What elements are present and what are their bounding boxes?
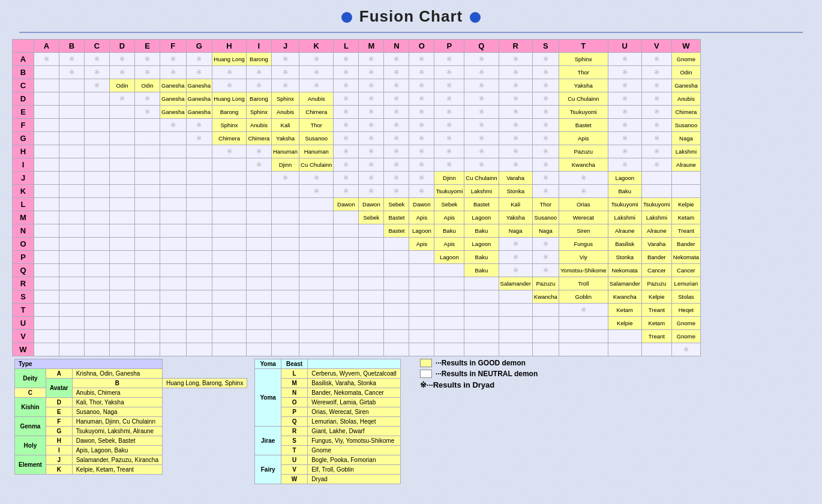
grid-cell-D-H: Huang Long	[212, 92, 247, 106]
grid-cell-A-W: Gnome	[671, 53, 700, 66]
beast-key-V: V	[281, 465, 307, 475]
type-key-B: B	[72, 379, 162, 388]
grid-cell-B-L: ※	[334, 66, 359, 79]
type-key-F: F	[46, 417, 72, 427]
grid-cell-N-E	[135, 224, 160, 238]
grid-cell-E-A	[34, 106, 59, 119]
grid-cell-H-V: ※	[641, 145, 671, 158]
grid-cell-K-I	[246, 185, 271, 198]
grid-cell-H-C	[85, 145, 110, 158]
grid-cell-V-L	[334, 330, 359, 343]
grid-cell-L-D	[110, 198, 135, 211]
grid-cell-B-W: Odin	[671, 66, 700, 79]
grid-cell-R-S: Pazuzu	[532, 277, 559, 290]
grid-cell-A-J: ※	[271, 53, 299, 66]
grid-cell-O-I	[246, 238, 271, 251]
grid-cell-L-J	[271, 198, 299, 211]
grid-cell-U-H	[212, 317, 247, 330]
grid-cell-U-S	[532, 317, 559, 330]
grid-cell-R-G	[186, 277, 212, 290]
grid-cell-R-Q	[464, 277, 499, 290]
grid-cell-J-B	[59, 172, 85, 185]
col-header-D: D	[110, 40, 135, 53]
legend-yellow-box	[420, 359, 432, 367]
grid-cell-T-R	[499, 304, 532, 317]
grid-cell-K-E	[135, 185, 160, 198]
grid-cell-B-C: ※	[85, 66, 110, 79]
grid-cell-F-L: ※	[334, 119, 359, 132]
grid-cell-I-O: ※	[409, 158, 434, 172]
grid-cell-Q-U: Nekomata	[608, 264, 641, 277]
grid-cell-T-M	[359, 304, 384, 317]
legend-dryad: ※···Results in Dryad	[420, 380, 538, 389]
grid-cell-W-K	[299, 343, 334, 356]
grid-cell-A-I: Barong	[246, 53, 271, 66]
type-label-Genma: Genma	[15, 417, 46, 436]
grid-cell-P-O	[409, 251, 434, 264]
grid-cell-O-V: Varaha	[641, 238, 671, 251]
grid-cell-G-M: ※	[359, 132, 384, 145]
grid-cell-U-I	[246, 317, 271, 330]
grid-cell-N-G	[186, 224, 212, 238]
title-text: Fusion Chart	[359, 7, 463, 25]
grid-cell-N-H	[212, 224, 247, 238]
beast-members-V: Elf, Troll, Goblin	[308, 465, 401, 475]
grid-cell-Q-V: Cancer	[641, 264, 671, 277]
type-key-E: E	[46, 407, 72, 417]
col-header-P: P	[434, 40, 464, 53]
beast-key-R: R	[281, 427, 307, 436]
type-key-I: I	[46, 446, 72, 455]
type-members-G: Tsukuyomi, Lakshmi, Alraune	[72, 427, 162, 436]
grid-cell-G-N: ※	[384, 132, 409, 145]
grid-cell-P-J	[271, 251, 299, 264]
grid-cell-D-L: ※	[334, 92, 359, 106]
grid-cell-M-I	[246, 211, 271, 224]
grid-cell-J-V	[641, 172, 671, 185]
grid-cell-W-V	[641, 343, 671, 356]
row-header-K: K	[13, 185, 34, 198]
grid-cell-K-W	[671, 185, 700, 198]
title-dot-right	[470, 12, 481, 23]
grid-cell-T-S	[532, 304, 559, 317]
type-members-A: Krishna, Odin, Ganesha	[72, 369, 162, 379]
grid-cell-O-S: ※	[532, 238, 559, 251]
grid-cell-F-A	[34, 119, 59, 132]
grid-cell-D-G: Ganesha	[186, 92, 212, 106]
grid-cell-U-F	[160, 317, 187, 330]
row-header-E: E	[13, 106, 34, 119]
grid-cell-F-J: Kali	[271, 119, 299, 132]
grid-cell-K-C	[85, 185, 110, 198]
col-header-N: N	[384, 40, 409, 53]
row-header-U: U	[13, 317, 34, 330]
grid-cell-R-U: Salamander	[608, 277, 641, 290]
grid-cell-G-V: ※	[641, 132, 671, 145]
grid-cell-C-N: ※	[384, 79, 409, 92]
type-label-Element: Element	[15, 455, 46, 475]
grid-cell-C-J: ※	[271, 79, 299, 92]
grid-cell-S-A	[34, 290, 59, 304]
grid-cell-A-L: ※	[334, 53, 359, 66]
grid-cell-S-P	[434, 290, 464, 304]
grid-cell-F-N: ※	[384, 119, 409, 132]
grid-cell-C-U: ※	[608, 79, 641, 92]
grid-cell-V-K	[299, 330, 334, 343]
grid-cell-K-L: ※	[334, 185, 359, 198]
row-header-Q: Q	[13, 264, 34, 277]
grid-cell-Q-W: Cancer	[671, 264, 700, 277]
grid-cell-R-L	[334, 277, 359, 290]
type-label-Holy: Holy	[15, 436, 46, 455]
grid-cell-E-K: Chimera	[299, 106, 334, 119]
grid-cell-T-P	[434, 304, 464, 317]
grid-cell-Q-I	[246, 264, 271, 277]
grid-cell-I-U: ※	[608, 158, 641, 172]
grid-cell-C-E: Odin	[135, 79, 160, 92]
grid-cell-E-J: Anubis	[271, 106, 299, 119]
grid-cell-R-W: Lemurian	[671, 277, 700, 290]
grid-cell-V-F	[160, 330, 187, 343]
grid-cell-C-T: Yaksha	[559, 79, 608, 92]
grid-cell-W-U	[608, 343, 641, 356]
grid-cell-D-T: Cu Chulainn	[559, 92, 608, 106]
grid-cell-S-H	[212, 290, 247, 304]
grid-cell-J-H	[212, 172, 247, 185]
grid-cell-N-B	[59, 224, 85, 238]
